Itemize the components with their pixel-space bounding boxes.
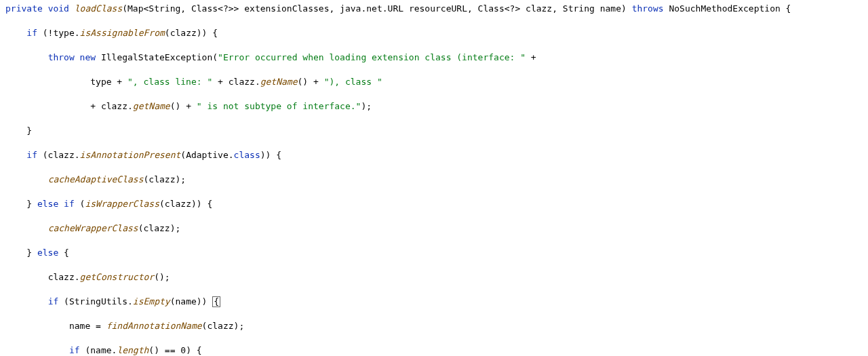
expr: (!type. [37,28,80,38]
expr: (name)) [170,296,213,306]
keyword-private: private [5,3,43,14]
code-line: if (name.length() == 0) { [5,344,868,356]
ctor: IllegalStateException( [96,52,218,62]
sig: , java.net.URL [329,3,408,14]
args: (clazz); [144,174,186,184]
code-line: + clazz.getName() + " is not subtype of … [5,100,868,113]
method-getName: getName [133,101,170,111]
keyword-throw: throw [48,52,75,62]
code-block: private void loadClass(Map<String, Class… [0,0,868,356]
keyword-class: class [234,150,260,160]
args: (clazz); [202,321,245,331]
expr: + clazz. [212,77,260,87]
args: (clazz); [138,223,181,233]
string-literal: "Error occurred when loading extension c… [218,52,526,62]
expr: (Adaptive. [180,150,233,160]
cursor-box: { [212,296,220,307]
code-line: cacheWrapperClass(clazz); [5,222,868,235]
code-line: clazz.getConstructor(); [5,271,868,283]
keyword-throws: throws [632,3,664,14]
keyword-if: if [26,150,37,160]
keyword-if: if [64,199,75,209]
code-line: } else { [5,247,868,259]
code-line: private void loadClass(Map<String, Class… [5,3,868,15]
sig: , String [552,3,599,14]
expr: () + [298,77,324,87]
sig: ) [621,3,632,14]
method-isEmpty: isEmpty [133,296,170,306]
method-getName: getName [260,77,298,87]
param-clazz: clazz [526,3,552,14]
method-isAnnotationPresent: isAnnotationPresent [80,150,181,160]
method-isWrapperClass: isWrapperClass [85,199,159,209]
param-resourceURL: resourceURL [409,3,467,14]
brace: { [58,248,69,258]
keyword-new: new [80,52,96,62]
keyword-void: void [48,3,69,14]
expr: )) { [260,150,281,160]
code-line: } [5,125,868,137]
expr: ); [361,101,372,111]
expr: () + [170,101,197,111]
sig: , Class<?> [467,3,526,14]
sig: (Map<String, Class<?>> [122,3,244,14]
string-literal: "), class " [324,77,382,87]
code-line: if (!type.isAssignableFrom(clazz)) { [5,27,868,39]
keyword-if: if [69,345,80,355]
method-cacheAdaptiveClass: cacheAdaptiveClass [48,174,144,184]
method-cacheWrapperClass: cacheWrapperClass [48,223,138,233]
expr: name = [69,321,106,331]
code-line: } else if (isWrapperClass(clazz)) { [5,198,868,210]
method-findAnnotationName: findAnnotationName [106,321,202,331]
method-isAssignableFrom: isAssignableFrom [80,28,165,38]
keyword-else: else [37,199,58,209]
code-line: type + ", class line: " + clazz.getName(… [5,76,868,88]
expr: (clazz)) { [165,28,218,38]
code-line: name = findAnnotationName(clazz); [5,320,868,332]
param-name: name [600,3,621,14]
brace: } [26,125,32,136]
param-extensionClasses: extensionClasses [244,3,329,14]
keyword-if: if [48,296,59,306]
code-line: if (clazz.isAnnotationPresent(Adaptive.c… [5,149,868,161]
expr: clazz. [48,272,80,282]
method-loadClass: loadClass [75,3,122,14]
expr: (name. [80,345,117,355]
code-line: if (StringUtils.isEmpty(name)) { [5,296,868,308]
type-NoSuchMethodException: NoSuchMethodException [669,3,780,14]
keyword-else: else [37,248,58,258]
expr: (); [154,272,170,282]
expr: + clazz. [90,101,133,111]
expr: ( [75,199,85,209]
method-getConstructor: getConstructor [80,272,155,282]
expr: (clazz)) { [159,199,212,209]
code-line: cacheAdaptiveClass(clazz); [5,174,868,186]
code-line: throw new IllegalStateException("Error o… [5,52,868,64]
expr: type + [90,77,127,87]
expr: () == 0) { [149,345,201,355]
op: + [526,52,536,62]
keyword-if: if [26,28,37,38]
expr: (StringUtils. [58,296,133,306]
string-literal: ", class line: " [127,77,212,87]
expr: (clazz. [37,150,80,160]
method-length: length [117,345,149,355]
string-literal: " is not subtype of interface." [197,101,361,111]
